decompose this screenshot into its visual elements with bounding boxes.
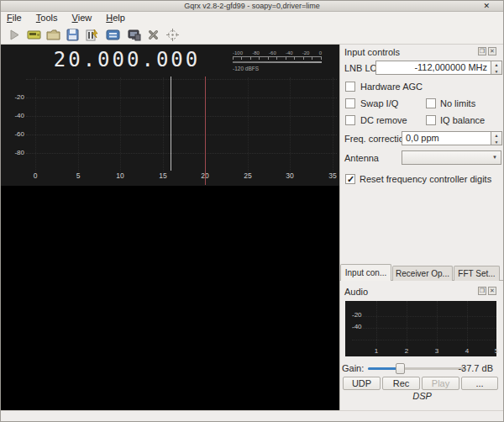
gridline	[352, 340, 496, 340]
rec-button[interactable]: Rec	[382, 377, 420, 390]
spinner-down-icon[interactable]: ▼	[491, 139, 501, 145]
swap-iq-checkbox[interactable]	[345, 98, 355, 108]
iq-balance-label: IQ balance	[440, 115, 485, 125]
x-tick-label: 5	[70, 171, 87, 180]
dc-remove-label: DC remove	[360, 115, 407, 125]
tools-icon[interactable]	[146, 28, 160, 42]
gridline	[333, 77, 333, 171]
gridline	[248, 77, 249, 171]
dbfs-level-bar	[233, 61, 322, 63]
gain-slider-fill	[368, 367, 398, 370]
y-tick-label: -40	[352, 323, 362, 330]
dbfs-meter: -100 -80 -60 -40 -20 0 -120 dBFS	[233, 50, 322, 71]
x-tick-label: 30	[281, 171, 298, 180]
swap-iq-label: Swap I/Q	[360, 98, 398, 108]
x-tick-label: 10	[112, 171, 129, 180]
lnb-lo-label: LNB LO	[344, 63, 377, 73]
hardware-agc-label: Hardware AGC	[360, 82, 423, 92]
waterfall[interactable]	[1, 186, 339, 410]
more-button[interactable]: ...	[461, 377, 498, 390]
no-limits-checkbox[interactable]	[426, 98, 436, 108]
iq-record-icon[interactable]	[85, 28, 99, 42]
freq-correction-input[interactable]: 0,0 ppm	[402, 131, 491, 145]
configure-io-icon[interactable]	[27, 28, 41, 42]
dc-remove-checkbox[interactable]	[345, 115, 355, 125]
spinner-down-icon[interactable]: ▼	[491, 68, 501, 75]
no-limits-label: No limits	[440, 98, 475, 108]
remote-control-icon[interactable]	[127, 28, 141, 42]
tab-receiver-options[interactable]: Receiver Op...	[392, 266, 453, 281]
float-icon[interactable]: ❐	[478, 47, 486, 55]
gain-slider-handle[interactable]	[396, 363, 405, 374]
gridline	[467, 301, 468, 346]
menu-view[interactable]: View	[66, 12, 98, 23]
frequency-display[interactable]: 20.000.000	[47, 48, 207, 71]
x-tick-label: 0	[27, 171, 44, 180]
y-tick-label: -20	[4, 93, 24, 101]
y-tick-label: -60	[4, 130, 24, 138]
title-bar[interactable]: Gqrx v2.8-2-gfd99 - soapy=0,driver=lime …	[1, 1, 503, 12]
status-bar	[1, 410, 503, 422]
dsp-status-label: DSP	[339, 391, 504, 401]
save-settings-icon[interactable]	[66, 28, 80, 42]
dbfs-tick: 0	[319, 50, 322, 55]
lnb-lo-stepper[interactable]: ▲ ▼	[491, 61, 502, 75]
float-icon[interactable]: ❐	[478, 287, 486, 295]
dsp-settings-icon[interactable]	[106, 28, 120, 42]
reset-digits-label: Reset frequency controller digits	[360, 174, 491, 184]
lnb-lo-input[interactable]: -112,000000 MHz	[375, 61, 491, 75]
tab-input-controls[interactable]: Input con...	[340, 264, 391, 281]
freq-correction-label: Freq. correction	[344, 134, 409, 144]
x-tick-label: 1	[371, 347, 381, 355]
tuning-marker[interactable]	[205, 76, 206, 185]
antenna-select[interactable]: ▼	[402, 150, 501, 165]
gain-value: -37.7 dB	[458, 363, 493, 373]
spinner-up-icon[interactable]: ▲	[491, 61, 501, 68]
dbfs-tick: -40	[286, 50, 293, 55]
gridline	[35, 77, 36, 171]
gridline	[78, 77, 79, 171]
input-controls-title: Input controls	[344, 47, 400, 57]
y-tick-label: -80	[4, 149, 24, 156]
audio-spectrum[interactable]: -20 -40 1 2 3 4 5	[345, 301, 496, 356]
gain-label: Gain:	[342, 363, 364, 373]
gain-slider[interactable]	[368, 367, 465, 370]
menu-file[interactable]: File	[1, 12, 28, 23]
menu-bar: File Tools View Help	[1, 12, 503, 25]
close-icon[interactable]: ✕	[483, 1, 490, 12]
freq-correction-stepper[interactable]: ▲ ▼	[491, 131, 502, 145]
gridline	[290, 77, 291, 171]
gridline	[163, 77, 164, 171]
dbfs-tick: -20	[302, 50, 310, 55]
close-icon[interactable]: ✕	[488, 287, 496, 295]
load-settings-icon[interactable]	[46, 28, 60, 42]
menu-tools[interactable]: Tools	[30, 12, 64, 23]
y-tick-label: -20	[352, 311, 362, 319]
start-dsp-icon[interactable]	[8, 28, 22, 42]
gridline	[437, 301, 438, 346]
gridline	[407, 301, 407, 346]
dbfs-range-label: -120 dBFS	[233, 66, 322, 71]
menu-help[interactable]: Help	[100, 12, 131, 23]
iq-balance-checkbox[interactable]	[426, 115, 436, 125]
close-icon[interactable]: ✕	[488, 47, 496, 55]
tab-fft-settings[interactable]: FFT Set...	[454, 266, 500, 281]
x-tick-label: 3	[432, 347, 442, 355]
filter-marker[interactable]	[171, 76, 171, 171]
chevron-down-icon: ▼	[492, 155, 497, 160]
x-tick-label: 35	[324, 171, 341, 180]
x-tick-label: 15	[155, 171, 171, 180]
hardware-agc-checkbox[interactable]	[345, 82, 355, 92]
gridline	[352, 316, 496, 317]
dbfs-ruler	[233, 56, 322, 60]
dbfs-tick: -100	[233, 50, 243, 55]
dbfs-tick: -80	[252, 50, 260, 55]
center-frequency-icon[interactable]	[165, 28, 180, 42]
audio-dock-buttons: ❐ ✕	[478, 287, 500, 295]
spinner-up-icon[interactable]: ▲	[491, 132, 501, 139]
reset-digits-checkbox[interactable]	[345, 174, 355, 184]
udp-button[interactable]: UDP	[343, 377, 381, 390]
x-tick-label: 2	[402, 347, 412, 355]
x-tick-label: 25	[239, 171, 256, 180]
play-button[interactable]: Play	[422, 377, 459, 390]
